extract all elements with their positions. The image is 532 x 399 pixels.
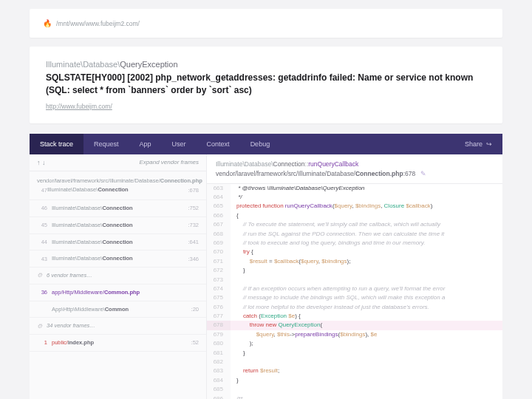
gear-icon: ⚙ xyxy=(37,323,42,330)
tab-request[interactable]: Request xyxy=(83,134,129,154)
code-line: 686/** xyxy=(207,395,502,399)
tab-user[interactable]: User xyxy=(162,134,197,154)
code-line: 684} xyxy=(207,376,502,385)
code-line: 681 } xyxy=(207,349,502,358)
code-line: 670 try { xyxy=(207,248,502,256)
code-line: 667 // To execute the statement, we'll s… xyxy=(207,220,502,229)
pencil-icon[interactable]: ✎ xyxy=(420,170,426,177)
stack-frame[interactable]: 43Illuminate\Database\Connection:346 xyxy=(30,250,206,267)
collapsed-frames[interactable]: ⚙6 vendor frames… xyxy=(30,267,206,284)
code-panel: Illuminate\Database\Connection::runQuery… xyxy=(207,154,502,399)
flame-icon: 🔥 xyxy=(43,19,52,27)
code-line: 672 } xyxy=(207,266,502,275)
stack-frame[interactable]: 46Illuminate\Database\Connection:752 xyxy=(30,200,206,217)
exception-namespace: Illuminate\Database\QueryException xyxy=(46,60,486,69)
share-button[interactable]: Share↪ xyxy=(454,140,502,148)
frame-nav-arrows[interactable]: ↑ ↓ xyxy=(37,159,46,166)
stack-frame[interactable]: 44Illuminate\Database\Connection:641 xyxy=(30,234,206,251)
code-line: 677 catch (Exception $e) { xyxy=(207,312,502,321)
code-line: 665protected function runQueryCallback($… xyxy=(207,202,502,211)
share-icon: ↪ xyxy=(486,140,492,148)
tab-debug[interactable]: Debug xyxy=(240,134,281,154)
code-file-path: vendor/laravel/framework/src/Illuminate/… xyxy=(216,170,494,177)
code-line: 663 * @throws \Illuminate\Database\Query… xyxy=(207,184,502,193)
request-url[interactable]: http://www.fubeijm.com/ xyxy=(46,103,112,110)
stack-frame[interactable]: 36app/Http/Middleware/Common.php xyxy=(30,284,206,301)
tab-bar: Stack traceRequestAppUserContextDebug Sh… xyxy=(30,134,502,154)
stack-frame[interactable]: 1public/index.php:52 xyxy=(30,335,206,352)
code-line: 675 // message to include the bindings w… xyxy=(207,293,502,302)
gear-icon: ⚙ xyxy=(37,272,42,279)
code-breadcrumb: Illuminate\Database\Connection::runQuery… xyxy=(216,160,494,168)
code-line: 678 throw new QueryException( xyxy=(207,321,502,330)
code-line: 685 xyxy=(207,385,502,394)
code-line: 668 // run the SQL against the PDO conne… xyxy=(207,230,502,239)
frames-panel: ↑ ↓ Expand vendor frames vendor/laravel/… xyxy=(30,154,207,399)
stack-frame[interactable]: 45Illuminate\Database\Connection:732 xyxy=(30,217,206,234)
expand-vendor-frames[interactable]: Expand vendor frames xyxy=(140,159,200,166)
code-line: 683 return $result; xyxy=(207,366,502,375)
code-line: 669 // took to execute and log the query… xyxy=(207,239,502,248)
exception-message: SQLSTATE[HY000] [2002] php_network_getad… xyxy=(46,72,486,97)
path-card: 🔥 /mnt/www/www.fubeijm2.com/ xyxy=(30,9,502,38)
stack-frame[interactable]: vendor/laravel/framework/src/Illuminate/… xyxy=(30,171,206,201)
code-line: 680 ); xyxy=(207,339,502,348)
code-line: 682 xyxy=(207,358,502,366)
code-line: 679 $query, $this->prepareBindings($bind… xyxy=(207,330,502,339)
code-line: 666{ xyxy=(207,211,502,220)
code-line: 673 xyxy=(207,276,502,284)
code-line: 676 // lot more helpful to the developer… xyxy=(207,303,502,312)
code-line: 664 */ xyxy=(207,193,502,202)
content-area: ↑ ↓ Expand vendor frames vendor/laravel/… xyxy=(30,154,502,399)
error-card: Illuminate\Database\QueryException SQLST… xyxy=(30,47,502,123)
project-path: /mnt/www/www.fubeijm2.com/ xyxy=(56,20,140,27)
collapsed-frames[interactable]: ⚙34 vendor frames… xyxy=(30,318,206,335)
code-line: 671 $result = $callback($query, $binding… xyxy=(207,257,502,266)
code-listing: 663 * @throws \Illuminate\Database\Query… xyxy=(207,184,502,399)
stack-frame[interactable]: App\Http\Middleware\Common:20 xyxy=(30,301,206,318)
code-line: 674 // If an exception occurs when attem… xyxy=(207,284,502,293)
tab-stack-trace[interactable]: Stack trace xyxy=(30,134,83,154)
tab-context[interactable]: Context xyxy=(197,134,240,154)
tab-app[interactable]: App xyxy=(129,134,162,154)
